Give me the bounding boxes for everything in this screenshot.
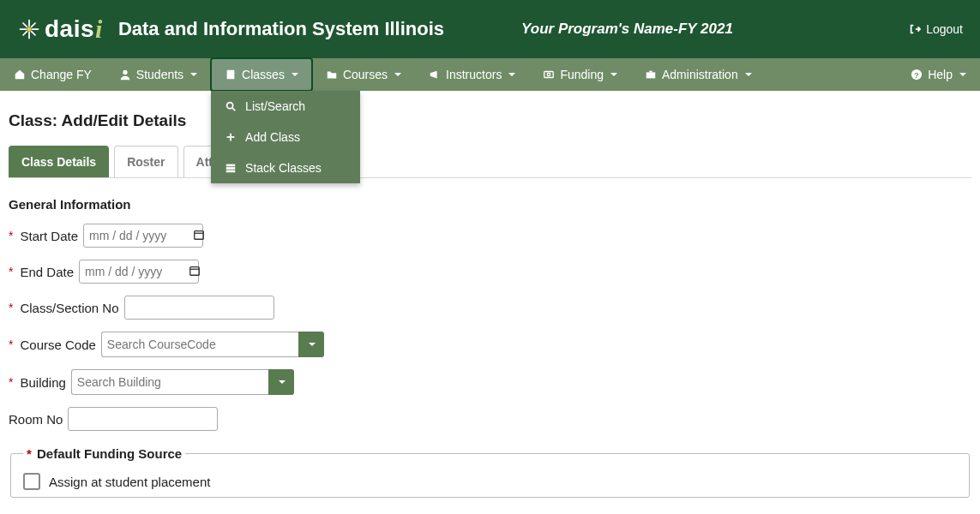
nav-label: Help <box>928 68 953 81</box>
logout-icon <box>909 23 921 35</box>
logo-block: daisi <box>17 15 103 44</box>
logo-accent: i <box>95 15 103 44</box>
chevron-down-icon <box>959 73 966 76</box>
end-date-input[interactable] <box>79 260 199 284</box>
start-date-label: Start Date <box>20 229 78 243</box>
plus-icon <box>225 131 237 143</box>
page-title: Class: Add/Edit Details <box>9 111 971 130</box>
spark-icon <box>17 17 41 41</box>
assign-placement-checkbox[interactable] <box>23 473 40 490</box>
svg-rect-20 <box>646 72 656 78</box>
menu-add-class[interactable]: Add Class <box>211 122 360 152</box>
nav-students[interactable]: Students <box>105 58 211 91</box>
row-start-date: * Start Date <box>9 224 971 248</box>
nav-label: Administration <box>662 68 738 81</box>
row-building: * Building <box>9 369 971 395</box>
chevron-down-icon <box>610 73 617 76</box>
svg-rect-16 <box>226 167 236 170</box>
nav-label: Instructors <box>446 68 502 81</box>
logout-label: Logout <box>926 22 963 36</box>
building-dropdown-button[interactable] <box>268 369 294 395</box>
nav-administration[interactable]: Administration <box>631 58 766 91</box>
nav-label: Change FY <box>31 68 92 81</box>
section-general-info: General Information <box>9 197 971 212</box>
search-icon <box>225 100 237 112</box>
course-code-dropdown-button[interactable] <box>298 332 324 357</box>
nav-label: Courses <box>343 68 388 81</box>
svg-point-11 <box>227 103 233 109</box>
svg-rect-10 <box>227 70 235 80</box>
nav-label: Classes <box>242 68 285 81</box>
chevron-down-icon <box>190 73 197 76</box>
menu-stack-classes[interactable]: Stack Classes <box>211 152 360 183</box>
class-section-input[interactable] <box>124 296 274 320</box>
assign-placement-label: Assign at student placement <box>49 475 210 489</box>
start-date-input[interactable] <box>83 224 203 248</box>
chevron-down-icon <box>745 73 752 76</box>
tab-class-details[interactable]: Class Details <box>9 146 109 177</box>
row-class-section: * Class/Section No <box>9 296 971 320</box>
svg-line-12 <box>232 108 236 111</box>
nav-funding[interactable]: Funding <box>529 58 631 91</box>
building-label: Building <box>20 375 65 390</box>
funding-legend-text: Default Funding Source <box>37 446 182 461</box>
tab-roster[interactable]: Roster <box>114 146 177 177</box>
end-date-label: End Date <box>20 265 74 279</box>
chevron-down-icon <box>292 73 298 76</box>
tab-strip: Class Details Roster Attenda <box>9 146 971 178</box>
book-icon <box>225 69 237 81</box>
building-input[interactable] <box>71 369 268 395</box>
svg-line-5 <box>32 32 35 35</box>
page-body: Class: Add/Edit Details Class Details Ro… <box>0 91 980 498</box>
svg-rect-21 <box>649 71 652 73</box>
menu-label: Add Class <box>245 130 300 144</box>
required-marker: * <box>9 265 13 278</box>
money-icon <box>543 69 555 81</box>
briefcase-icon <box>645 69 657 81</box>
required-marker: * <box>9 229 13 242</box>
chevron-down-icon <box>394 73 401 76</box>
logo-text: daisi <box>45 15 103 44</box>
nav-classes[interactable]: Classes List/Search Add Class Stack Cl <box>211 58 312 91</box>
room-no-input[interactable] <box>68 407 218 431</box>
nav-label: Funding <box>560 68 604 81</box>
svg-line-7 <box>23 32 27 35</box>
svg-rect-15 <box>226 164 236 167</box>
program-name: Your Program's Name-FY 2021 <box>521 21 909 38</box>
svg-rect-18 <box>544 72 554 78</box>
help-icon: ? <box>911 69 923 81</box>
svg-point-8 <box>27 27 31 31</box>
svg-line-6 <box>32 23 35 27</box>
main-nav: Change FY Students Classes List/Search <box>0 58 980 91</box>
nav-courses[interactable]: Courses <box>312 58 415 91</box>
app-title: Data and Information System Illinois <box>118 18 444 40</box>
svg-point-19 <box>548 73 551 76</box>
room-no-label: Room No <box>9 412 63 427</box>
course-code-label: Course Code <box>20 338 95 352</box>
nav-change-fy[interactable]: Change FY <box>0 58 105 91</box>
logo-word: dais <box>45 15 94 43</box>
required-marker: * <box>9 301 13 314</box>
chevron-down-icon <box>309 343 316 346</box>
classes-dropdown: List/Search Add Class Stack Classes <box>211 91 360 183</box>
funding-fieldset: * Default Funding Source Assign at stude… <box>10 446 970 498</box>
logout-link[interactable]: Logout <box>909 22 963 36</box>
row-course-code: * Course Code <box>9 332 971 357</box>
required-marker: * <box>27 446 32 461</box>
nav-help[interactable]: ? Help <box>897 58 980 91</box>
menu-label: List/Search <box>245 99 305 113</box>
stack-icon <box>225 162 237 174</box>
course-code-input[interactable] <box>101 332 298 357</box>
home-icon <box>14 69 26 81</box>
nav-instructors[interactable]: Instructors <box>415 58 529 91</box>
menu-list-search[interactable]: List/Search <box>211 91 360 122</box>
funding-legend: * Default Funding Source <box>23 446 185 461</box>
megaphone-icon <box>429 69 441 81</box>
chevron-down-icon <box>508 73 515 76</box>
svg-point-9 <box>123 70 127 75</box>
row-room-no: Room No <box>9 407 971 431</box>
row-end-date: * End Date <box>9 260 971 284</box>
required-marker: * <box>9 338 13 351</box>
nav-label: Students <box>136 68 183 81</box>
chevron-down-icon <box>279 380 286 384</box>
